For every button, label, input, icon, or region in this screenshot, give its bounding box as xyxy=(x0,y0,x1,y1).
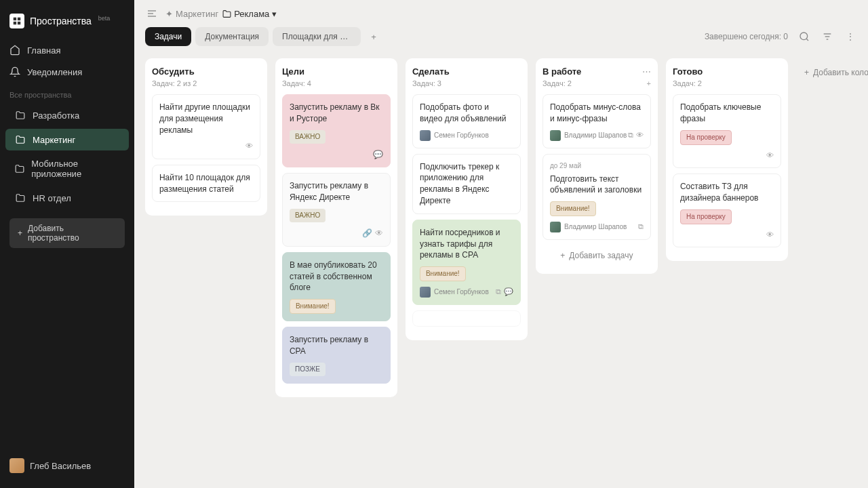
beta-badge: beta xyxy=(98,15,111,22)
nav-notifications-label: Уведомления xyxy=(27,67,82,77)
tag-important: ВАЖНО xyxy=(290,209,326,222)
chevron-down-icon: ▾ xyxy=(272,9,277,19)
avatar xyxy=(550,222,561,232)
bell-icon xyxy=(9,66,20,77)
folder-icon xyxy=(222,9,231,18)
svg-rect-2 xyxy=(14,22,16,24)
comment-icon: 💬 xyxy=(504,287,513,297)
logo-icon xyxy=(9,14,24,28)
svg-line-8 xyxy=(806,39,808,41)
column-goals: Цели Задач: 4 Запустить рекламу в Вк и Р… xyxy=(275,58,397,397)
watch-icon: 👁 xyxy=(766,150,774,161)
assignee: Владимир Шарапов xyxy=(550,222,627,232)
add-space-button[interactable]: + Добавить пространство xyxy=(9,218,125,248)
svg-point-7 xyxy=(800,33,808,40)
avatar xyxy=(550,130,561,141)
column-count: Задач: 2 xyxy=(673,79,781,87)
search-icon[interactable] xyxy=(797,30,811,43)
task-card[interactable]: Найти посредников и узнать тарифы для ре… xyxy=(412,220,521,305)
space-item-dev[interactable]: Разработка xyxy=(5,104,129,126)
column-count: Задач: 2 + xyxy=(542,79,651,87)
spaces-label: Все пространства xyxy=(0,83,134,103)
svg-rect-1 xyxy=(18,18,20,20)
column-count: Задач: 3 xyxy=(412,79,521,87)
task-card[interactable]: до 29 май Подготовить текст объявлений и… xyxy=(542,154,651,241)
copy-icon: ⧉ xyxy=(496,287,501,297)
folder-icon xyxy=(15,134,26,145)
status-text: Завершено сегодня: 0 xyxy=(705,32,788,41)
column-done: Готово Задач: 2 Подобрать ключевые фразы… xyxy=(666,58,788,261)
link-icon: 🔗 xyxy=(362,228,372,239)
tab-docs[interactable]: Документация xyxy=(195,27,269,46)
assignee: Владимир Шарапов xyxy=(550,130,627,141)
more-icon[interactable]: ⋮ xyxy=(844,30,857,43)
topbar: ✦ Маркетинг Реклама ▾ xyxy=(134,0,868,27)
copy-icon: ⧉ xyxy=(638,222,644,232)
tabs: Задачи Документация Площадки для размеще… xyxy=(134,27,868,53)
crumb-parent[interactable]: ✦ Маркетинг xyxy=(165,9,218,19)
space-item-mobile[interactable]: Мобильное приложение xyxy=(5,153,129,184)
more-icon[interactable]: ⋯ xyxy=(642,66,651,77)
folder-icon xyxy=(15,192,26,203)
svg-rect-3 xyxy=(18,22,20,24)
main-content: ✦ Маркетинг Реклама ▾ Задачи Документаци… xyxy=(134,0,868,488)
task-card[interactable]: Подключить трекер к приложению для рекла… xyxy=(412,154,521,214)
space-label: Мобильное приложение xyxy=(31,159,119,179)
kanban-board: Обсудить Задач: 2 из 2 Найти другие площ… xyxy=(134,53,868,488)
assignee: Семен Горбунков xyxy=(420,287,489,298)
task-card[interactable]: Найти 10 площадок для размещения статей xyxy=(152,165,260,203)
add-column-button[interactable]: + Добавить колонку xyxy=(796,58,868,87)
task-card[interactable]: Запустить рекламу в Яндекс Директе ВАЖНО… xyxy=(282,173,391,246)
tag-attention: Внимание! xyxy=(420,266,466,281)
sidebar: Пространства beta Главная Уведомления Вс… xyxy=(0,0,134,488)
task-card[interactable]: Подобрать ключевые фразы На проверку 👁 xyxy=(673,94,781,168)
task-card[interactable]: Запустить рекламу в СРА ПОЗЖЕ xyxy=(282,327,391,384)
column-title: Обсудить xyxy=(152,66,195,77)
assignee: Семен Горбунков xyxy=(420,130,489,141)
tab-tasks[interactable]: Задачи xyxy=(145,27,191,46)
add-tab-button[interactable]: + xyxy=(365,28,382,45)
folder-icon xyxy=(15,163,24,174)
column-count: Задач: 4 xyxy=(282,79,391,87)
comment-icon: 💬 xyxy=(373,149,383,161)
due-date: до 29 май xyxy=(550,161,644,171)
task-card[interactable]: Составить ТЗ для дизайнера баннеров На п… xyxy=(673,174,781,247)
column-todo: Сделать Задач: 3 Подобрать фото и видео … xyxy=(406,58,528,340)
tag-attention: Внимание! xyxy=(550,201,596,216)
toggle-sidebar-icon[interactable] xyxy=(145,7,159,20)
space-item-marketing[interactable]: Маркетинг xyxy=(5,129,129,150)
watch-icon: 👁 xyxy=(245,141,253,151)
watch-icon: 👁 xyxy=(636,130,644,140)
nav-home[interactable]: Главная xyxy=(0,39,134,61)
tag-important: ВАЖНО xyxy=(290,130,326,144)
column-title: Сделать xyxy=(412,66,450,77)
add-task-button[interactable]: + Добавить задачу xyxy=(542,245,651,266)
space-label: HR отдел xyxy=(33,193,71,203)
plus-icon[interactable]: + xyxy=(647,79,651,87)
column-title: В работе xyxy=(542,66,581,77)
logo-title: Пространства xyxy=(30,16,92,26)
column-count: Задач: 2 из 2 xyxy=(152,79,260,87)
nav-notifications[interactable]: Уведомления xyxy=(0,61,134,83)
add-space-label: Добавить пространство xyxy=(28,224,117,243)
task-card[interactable]: Подобрать минус-слова и минус-фразы Влад… xyxy=(542,94,651,148)
task-card[interactable]: Запустить рекламу в Вк и Русторе ВАЖНО 💬 xyxy=(282,94,391,167)
user-menu[interactable]: Глеб Васильев xyxy=(0,451,134,480)
column-in-progress: В работе ⋯ Задач: 2 + Подобрать минус-сл… xyxy=(536,58,658,274)
tab-platforms[interactable]: Площадки для размеще... xyxy=(273,27,361,46)
filter-icon[interactable] xyxy=(821,30,834,43)
tag-later: ПОЗЖЕ xyxy=(290,363,326,376)
space-label: Разработка xyxy=(33,110,79,121)
crumb-current[interactable]: Реклама ▾ xyxy=(222,9,277,19)
tag-attention: Внимание! xyxy=(290,299,336,314)
logo[interactable]: Пространства beta xyxy=(0,8,134,39)
task-card[interactable]: В мае опубликовать 20 статей в собственн… xyxy=(282,252,391,321)
task-card[interactable]: Найти другие площадки для размещения рек… xyxy=(152,94,260,159)
task-card[interactable]: Подобрать фото и видео для объявлений Се… xyxy=(412,94,521,148)
user-avatar xyxy=(9,458,24,473)
column-title: Цели xyxy=(282,66,304,77)
avatar xyxy=(420,130,431,141)
home-icon xyxy=(9,45,20,56)
space-item-hr[interactable]: HR отдел xyxy=(5,187,129,209)
nav-home-label: Главная xyxy=(27,45,60,56)
